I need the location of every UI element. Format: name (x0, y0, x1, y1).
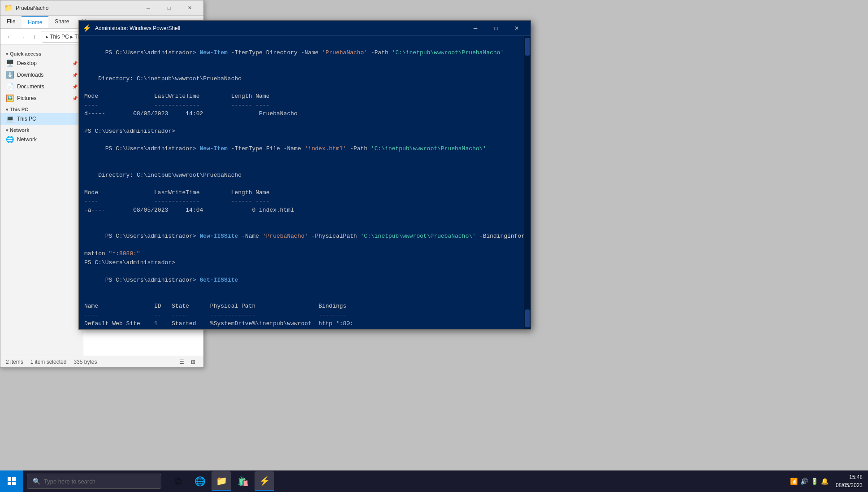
ps-output-dash-1: ---- ------------- ------ ---- (84, 101, 522, 110)
downloads-icon: ⬇️ (6, 71, 14, 79)
ps-keyword-4: Get-IISSite (199, 277, 238, 283)
taskbar-time[interactable]: 15:48 08/05/2023 (836, 473, 863, 489)
statusbar-size: 335 bytes (73, 359, 97, 365)
tab-file[interactable]: File (0, 16, 22, 28)
pictures-icon: 🖼️ (6, 94, 14, 102)
ps-blank-3 (84, 118, 522, 127)
ps-prompt-only-1: PS C:\Users\administrador> (84, 127, 522, 136)
sidebar-section-quick-access[interactable]: Quick access (0, 48, 83, 57)
taskbar-system: 📶 🔊 🔋 🔔 15:48 08/05/2023 (790, 473, 868, 489)
ps-scrollbar-thumb-top[interactable] (525, 38, 530, 56)
fe-maximize-button[interactable]: □ (159, 0, 179, 16)
taskbar-app-task-view[interactable]: ⧉ (168, 471, 188, 491)
ps-output-file-entry: -a---- 08/05/2023 14:04 0 index.html (84, 206, 522, 215)
ps-titlebar: ⚡ Administrator: Windows PowerShell ─ □ … (79, 21, 531, 36)
ps-blank-1 (84, 66, 522, 75)
sidebar-item-documents-label: Documents (17, 83, 44, 90)
fe-statusbar: 2 items 1 item selected 335 bytes ☰ ⊞ (0, 356, 203, 367)
pictures-pin-icon: 📌 (72, 96, 78, 101)
ps-output-dir-entry: d----- 08/05/2023 14:02 PruebaNacho (84, 109, 522, 118)
ps-prompt-2: PS C:\Users\administrador> (105, 145, 200, 152)
ps-prompt-1: PS C:\Users\administrador> (105, 49, 200, 56)
sidebar-item-desktop-label: Desktop (17, 60, 37, 66)
grid-view-button[interactable]: ⊞ (188, 357, 198, 367)
ps-string-1: 'PruebaNacho' (322, 49, 367, 56)
ps-line-1: PS C:\Users\administrador> New-Item -Ite… (84, 39, 522, 66)
tab-home[interactable]: Home (22, 16, 48, 28)
notification-icon[interactable]: 🔔 (821, 478, 829, 485)
taskbar-app-edge[interactable]: 🌐 (190, 471, 210, 491)
svg-rect-1 (12, 477, 16, 481)
ps-prompt-3: PS C:\Users\administrador> (105, 233, 200, 239)
ps-string-4: "*:8080:" (109, 250, 140, 257)
windows-icon (8, 477, 16, 485)
ps-content[interactable]: PS C:\Users\administrador> New-Item -Ite… (79, 36, 531, 329)
ps-output-dir-1: Directory: C:\inetpub\wwwroot\PruebaNach… (84, 74, 522, 83)
svg-rect-0 (8, 477, 11, 481)
ps-param-1: -ItemType (228, 49, 266, 56)
fe-titlebar-icon: 📁 (4, 4, 13, 12)
ps-blank-5 (84, 179, 522, 188)
taskbar-app-powershell[interactable]: ⚡ (255, 471, 274, 491)
ps-line-4: PS C:\Users\administrador> Get-IISSite (84, 267, 522, 293)
nav-forward-button[interactable]: → (17, 31, 27, 42)
ps-line-3b: mation "*:8080:" (84, 249, 522, 258)
statusbar-items-count: 2 items (6, 359, 23, 365)
volume-icon: 🔊 (800, 478, 808, 485)
start-button[interactable] (0, 470, 23, 492)
ps-path-2: 'C:\inetpub\wwwroot\PruebaNacho\' (371, 145, 486, 152)
ps-param-9: -Name (238, 233, 263, 239)
ps-scrollbar-thumb-bottom[interactable] (525, 309, 530, 327)
list-view-button[interactable]: ☰ (177, 357, 186, 367)
desktop-icon: 🖥️ (6, 59, 14, 67)
nav-back-button[interactable]: ← (4, 31, 15, 42)
ps-titlebar-icon: ⚡ (82, 24, 91, 32)
fe-titlebar: 📁 PruebaNacho ─ □ ✕ (0, 0, 203, 16)
sidebar-item-pictures[interactable]: 🖼️ Pictures 📌 (0, 92, 83, 104)
taskbar-app-store[interactable]: 🛍️ (233, 471, 253, 491)
ps-param-11: -BindingInfor (476, 233, 525, 239)
sidebar-section-network[interactable]: Network (0, 125, 83, 134)
ps-keyword-1: New-Item (199, 49, 227, 56)
ps-output-dir-2: Directory: C:\inetpub\wwwroot\PruebaNach… (84, 171, 522, 180)
sidebar-item-documents[interactable]: 📄 Documents 📌 (0, 81, 83, 92)
ps-keyword-2: New-Item (199, 145, 227, 152)
this-pc-icon: 💻 (6, 115, 14, 123)
taskbar-search[interactable]: 🔍 (27, 474, 161, 489)
nav-up-button[interactable]: ↑ (29, 31, 40, 42)
sidebar-item-this-pc[interactable]: 💻 This PC (0, 113, 83, 125)
sidebar-item-pictures-label: Pictures (17, 95, 36, 101)
fe-sidebar: Quick access 🖥️ Desktop 📌 ⬇️ Downloads 📌… (0, 45, 83, 356)
ps-close-button[interactable]: ✕ (506, 21, 527, 36)
ps-output-header-1: Mode LastWriteTime Length Name (84, 92, 522, 101)
task-view-icon: ⧉ (175, 476, 181, 487)
ps-param-2: Directory (266, 49, 298, 56)
ps-titlebar-title: Administrator: Windows PowerShell (95, 25, 462, 31)
ps-blank-2 (84, 83, 522, 92)
ps-maximize-button[interactable]: □ (486, 21, 506, 36)
date-display: 08/05/2023 (836, 481, 863, 489)
desktop-pin-icon: 📌 (72, 61, 78, 66)
taskbar-app-file-explorer[interactable]: 📁 (212, 471, 231, 491)
sidebar-item-downloads-label: Downloads (17, 72, 43, 78)
network-status-icon: 📶 (790, 478, 798, 485)
sidebar-item-desktop[interactable]: 🖥️ Desktop 📌 (0, 57, 83, 69)
quick-access-label: Quick access (10, 51, 41, 57)
sidebar-network-label: Network (17, 136, 37, 143)
svg-rect-3 (12, 482, 16, 485)
ps-scrollbar[interactable] (524, 36, 531, 329)
fe-window-controls: ─ □ ✕ (138, 0, 200, 16)
taskbar-search-input[interactable] (44, 478, 151, 485)
sidebar-section-this-pc[interactable]: This PC (0, 104, 83, 113)
taskbar-apps: ⧉ 🌐 📁 🛍️ ⚡ (168, 471, 274, 491)
tab-share[interactable]: Share (48, 16, 75, 28)
ps-minimize-button[interactable]: ─ (465, 21, 486, 36)
sidebar-item-network[interactable]: 🌐 Network (0, 134, 83, 145)
fe-minimize-button[interactable]: ─ (138, 0, 159, 16)
sidebar-item-downloads[interactable]: ⬇️ Downloads 📌 (0, 69, 83, 81)
ps-output-iis-2: PruebaNacho 2 Started C:\inetpub\wwwroot… (84, 328, 522, 330)
taskbar-search-icon: 🔍 (33, 478, 40, 485)
fe-close-button[interactable]: ✕ (179, 0, 200, 16)
powershell-icon: ⚡ (259, 475, 270, 486)
ps-param-4: -Path (367, 49, 392, 56)
